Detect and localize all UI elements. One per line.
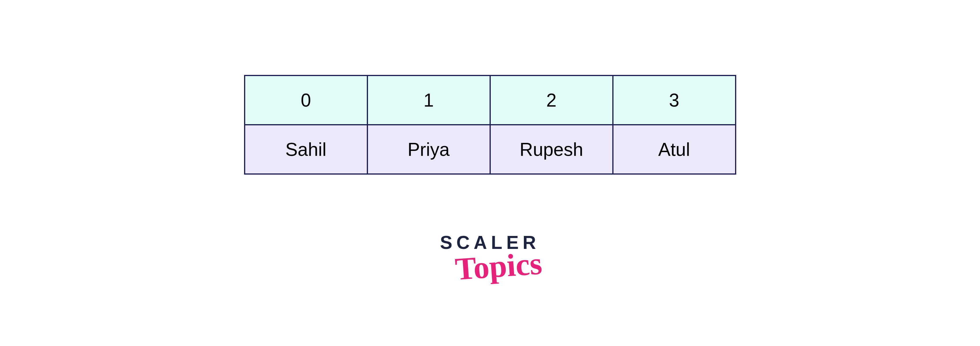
- array-value-cell: Sahil: [244, 124, 368, 175]
- array-index-cell: 1: [367, 75, 491, 125]
- array-value-cell: Rupesh: [490, 124, 614, 175]
- array-index-cell: 2: [490, 75, 614, 125]
- array-index-row: 0 1 2 3: [244, 75, 736, 125]
- scaler-topics-logo: SCALER Topics: [440, 233, 540, 281]
- array-table: 0 1 2 3 Sahil Priya Rupesh Atul: [244, 75, 736, 175]
- array-value-cell: Priya: [367, 124, 491, 175]
- array-index-cell: 0: [244, 75, 368, 125]
- diagram-canvas: 0 1 2 3 Sahil Priya Rupesh Atul SCALER T…: [0, 0, 980, 346]
- array-value-row: Sahil Priya Rupesh Atul: [244, 124, 736, 175]
- array-value-cell: Atul: [612, 124, 736, 175]
- array-index-cell: 3: [612, 75, 736, 125]
- logo-line-topics: Topics: [454, 250, 543, 283]
